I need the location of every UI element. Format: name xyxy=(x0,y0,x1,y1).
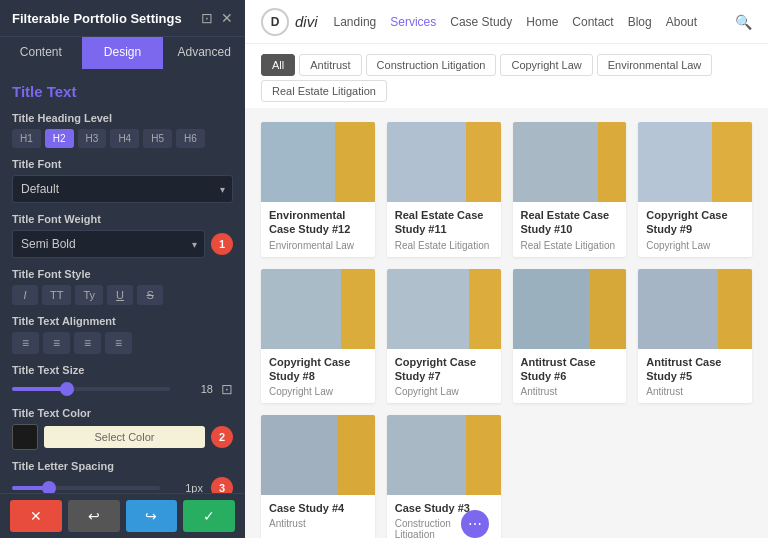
text-color-label: Title Text Color xyxy=(12,407,233,419)
portfolio-image-3 xyxy=(638,122,752,202)
select-color-button[interactable]: Select Color xyxy=(44,426,205,448)
badge-2: 2 xyxy=(211,426,233,448)
portfolio-tag-6: Antitrust xyxy=(521,386,619,397)
font-style-label: Title Font Style xyxy=(12,268,233,280)
heading-h5[interactable]: H5 xyxy=(143,129,172,148)
list-item[interactable]: Copyright Case Study #7 Copyright Law xyxy=(387,269,501,404)
font-select[interactable]: Default xyxy=(12,175,233,203)
bottom-toolbar: ✕ ↩ ↪ ✓ xyxy=(0,493,245,538)
font-label: Title Font xyxy=(12,158,233,170)
portfolio-info-6: Antitrust Case Study #6 Antitrust xyxy=(513,349,627,404)
portfolio-title-5: Copyright Case Study #7 xyxy=(395,355,493,384)
portfolio-info-1: Real Estate Case Study #11 Real Estate L… xyxy=(387,202,501,257)
style-capitalize[interactable]: Ty xyxy=(75,285,103,305)
heading-h3[interactable]: H3 xyxy=(78,129,107,148)
list-item[interactable]: Case Study #3 Construction Litigation ⋯ xyxy=(387,415,501,538)
font-style-buttons: I TT Ty U S xyxy=(12,285,233,305)
nav-links: Landing Services Case Study Home Contact… xyxy=(334,15,698,29)
portfolio-info-0: Environmental Case Study #12 Environment… xyxy=(261,202,375,257)
portfolio-info-3: Copyright Case Study #9 Copyright Law xyxy=(638,202,752,257)
align-center[interactable]: ≡ xyxy=(43,332,70,354)
filter-copyright[interactable]: Copyright Law xyxy=(500,54,592,76)
tab-design[interactable]: Design xyxy=(82,37,164,69)
nav-case-study[interactable]: Case Study xyxy=(450,15,512,29)
filter-section: All Antitrust Construction Litigation Co… xyxy=(245,44,768,108)
heading-h2[interactable]: H2 xyxy=(45,129,74,148)
filter-all[interactable]: All xyxy=(261,54,295,76)
heading-h1[interactable]: H1 xyxy=(12,129,41,148)
nav-services[interactable]: Services xyxy=(390,15,436,29)
font-weight-select[interactable]: Semi Bold Normal Bold xyxy=(12,230,205,258)
list-item[interactable]: Antitrust Case Study #5 Antitrust xyxy=(638,269,752,404)
list-item[interactable]: Copyright Case Study #9 Copyright Law xyxy=(638,122,752,257)
fullscreen-icon[interactable]: ⊡ xyxy=(201,10,213,26)
nav-contact[interactable]: Contact xyxy=(572,15,613,29)
portfolio-image-9 xyxy=(387,415,501,495)
save-button[interactable]: ✓ xyxy=(183,500,235,532)
align-left[interactable]: ≡ xyxy=(12,332,39,354)
close-icon[interactable]: ✕ xyxy=(221,10,233,26)
text-size-row: 18 ⊡ xyxy=(12,381,233,397)
portfolio-tag-2: Real Estate Litigation xyxy=(521,240,619,251)
filter-environmental[interactable]: Environmental Law xyxy=(597,54,713,76)
filter-real-estate[interactable]: Real Estate Litigation xyxy=(261,80,387,102)
list-item[interactable]: Case Study #4 Antitrust xyxy=(261,415,375,538)
site-nav: D divi Landing Services Case Study Home … xyxy=(245,0,768,44)
portfolio-grid: Environmental Case Study #12 Environment… xyxy=(245,108,768,538)
text-size-icon: ⊡ xyxy=(221,381,233,397)
portfolio-info-8: Case Study #4 Antitrust xyxy=(261,495,375,535)
nav-home[interactable]: Home xyxy=(526,15,558,29)
portfolio-tag-0: Environmental Law xyxy=(269,240,367,251)
portfolio-tag-7: Antitrust xyxy=(646,386,744,397)
letter-spacing-row: 1px 3 xyxy=(12,477,233,493)
nav-landing[interactable]: Landing xyxy=(334,15,377,29)
portfolio-title-7: Antitrust Case Study #5 xyxy=(646,355,744,384)
letter-spacing-slider[interactable] xyxy=(12,486,160,490)
filter-construction[interactable]: Construction Litigation xyxy=(366,54,497,76)
portfolio-title-8: Case Study #4 xyxy=(269,501,367,515)
text-size-value: 18 xyxy=(178,383,213,395)
text-size-slider[interactable] xyxy=(12,387,170,391)
list-item[interactable]: Environmental Case Study #12 Environment… xyxy=(261,122,375,257)
fab-button[interactable]: ⋯ xyxy=(461,510,489,538)
text-size-label: Title Text Size xyxy=(12,364,233,376)
badge-1: 1 xyxy=(211,233,233,255)
portfolio-image-0 xyxy=(261,122,375,202)
style-strikethrough[interactable]: S xyxy=(137,285,163,305)
align-justify[interactable]: ≡ xyxy=(105,332,132,354)
search-icon[interactable]: 🔍 xyxy=(735,14,752,30)
style-underline[interactable]: U xyxy=(107,285,133,305)
list-item[interactable]: Real Estate Case Study #10 Real Estate L… xyxy=(513,122,627,257)
site-logo: D divi xyxy=(261,8,318,36)
close-button[interactable]: ✕ xyxy=(10,500,62,532)
style-uppercase[interactable]: TT xyxy=(42,285,71,305)
portfolio-info-2: Real Estate Case Study #10 Real Estate L… xyxy=(513,202,627,257)
heading-h4[interactable]: H4 xyxy=(110,129,139,148)
portfolio-title-0: Environmental Case Study #12 xyxy=(269,208,367,237)
section-title: Title Text xyxy=(12,83,233,100)
portfolio-image-2 xyxy=(513,122,627,202)
text-align-label: Title Text Alignment xyxy=(12,315,233,327)
logo-text: divi xyxy=(295,13,318,30)
heading-h6[interactable]: H6 xyxy=(176,129,205,148)
portfolio-image-5 xyxy=(387,269,501,349)
undo-button[interactable]: ↩ xyxy=(68,500,120,532)
nav-blog[interactable]: Blog xyxy=(628,15,652,29)
color-swatch[interactable] xyxy=(12,424,38,450)
tab-content[interactable]: Content xyxy=(0,37,82,69)
filter-antitrust[interactable]: Antitrust xyxy=(299,54,361,76)
tab-advanced[interactable]: Advanced xyxy=(163,37,245,69)
letter-spacing-label: Title Letter Spacing xyxy=(12,460,233,472)
style-italic[interactable]: I xyxy=(12,285,38,305)
portfolio-info-4: Copyright Case Study #8 Copyright Law xyxy=(261,349,375,404)
list-item[interactable]: Real Estate Case Study #11 Real Estate L… xyxy=(387,122,501,257)
filter-tags: All Antitrust Construction Litigation Co… xyxy=(261,54,752,102)
nav-about[interactable]: About xyxy=(666,15,697,29)
align-right[interactable]: ≡ xyxy=(74,332,101,354)
logo-icon: D xyxy=(261,8,289,36)
list-item[interactable]: Copyright Case Study #8 Copyright Law xyxy=(261,269,375,404)
list-item[interactable]: Antitrust Case Study #6 Antitrust xyxy=(513,269,627,404)
redo-button[interactable]: ↪ xyxy=(126,500,178,532)
portfolio-image-4 xyxy=(261,269,375,349)
badge-3: 3 xyxy=(211,477,233,493)
